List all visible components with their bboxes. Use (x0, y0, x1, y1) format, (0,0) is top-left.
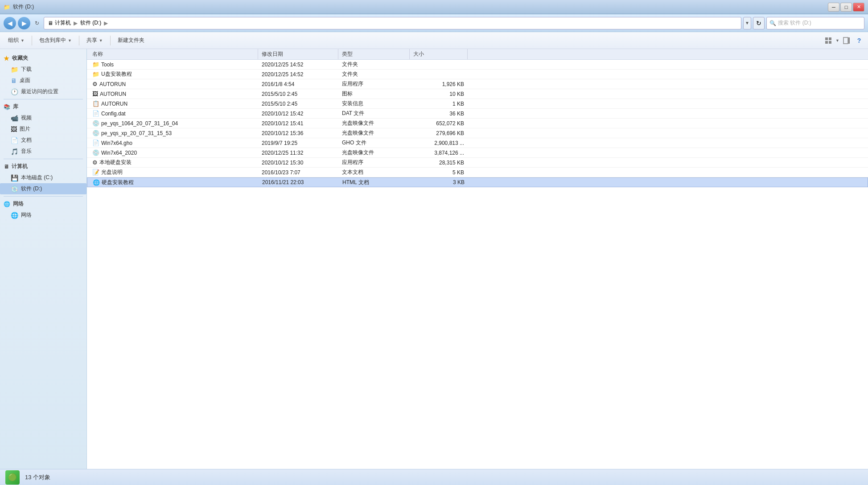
music-label: 音乐 (21, 148, 32, 155)
table-row[interactable]: 📋 AUTORUN 2015/5/10 2:45 安装信息 1 KB (87, 99, 868, 109)
file-date-cell: 2015/5/10 2:45 (258, 101, 338, 107)
sidebar: ★ 收藏夹 📁 下载 🖥 桌面 🕐 最近访问的位置 📚 库 (0, 49, 87, 469)
refresh-address-button[interactable]: ↻ (753, 17, 765, 29)
table-row[interactable]: 📄 Config.dat 2020/10/12 15:42 DAT 文件 36 … (87, 109, 868, 119)
sidebar-header-library[interactable]: 📚 库 (0, 101, 86, 112)
organize-button[interactable]: 组织 ▼ (4, 34, 29, 47)
toolbar-right: ▼ ? (823, 35, 864, 46)
file-type-cell: 光盘映像文件 (338, 129, 410, 137)
table-row[interactable]: 💿 pe_yqs_xp_20_07_31_15_53 2020/10/12 15… (87, 128, 868, 138)
minimize-button[interactable]: ─ (828, 3, 839, 12)
sidebar-item-documents[interactable]: 📄 文档 (0, 135, 86, 146)
file-date-cell: 2016/1/8 4:54 (258, 81, 338, 87)
view-options-button[interactable] (823, 35, 834, 46)
sidebar-header-favorites[interactable]: ★ 收藏夹 (0, 53, 86, 64)
address-dropdown[interactable]: ▼ (743, 17, 751, 29)
share-button[interactable]: 共享 ▼ (82, 34, 107, 47)
col-header-name[interactable]: 名称 (89, 49, 258, 59)
include-dropdown-arrow: ▼ (68, 38, 72, 43)
breadcrumb-drive[interactable]: 软件 (D:) (80, 19, 101, 27)
sidebar-header-network[interactable]: 🌐 网络 (0, 198, 86, 210)
include-library-button[interactable]: 包含到库中 ▼ (35, 34, 76, 47)
col-header-type[interactable]: 类型 (338, 49, 410, 59)
sidebar-item-d-drive[interactable]: 💿 软件 (D:) (0, 183, 86, 194)
pictures-label: 图片 (20, 125, 30, 133)
main-layout: ★ 收藏夹 📁 下载 🖥 桌面 🕐 最近访问的位置 📚 库 (0, 49, 868, 469)
search-bar[interactable]: 🔍 搜索 软件 (D:) (766, 17, 864, 29)
file-name-text: Tools (101, 62, 114, 68)
search-placeholder: 搜索 软件 (D:) (778, 19, 811, 27)
file-name-text: Win7x64.gho (101, 140, 132, 146)
table-row[interactable]: 🌐 硬盘安装教程 2016/11/21 22:03 HTML 文档 3 KB (87, 177, 868, 187)
sidebar-item-pictures[interactable]: 🖼 图片 (0, 123, 86, 135)
new-folder-button[interactable]: 新建文件夹 (113, 34, 149, 47)
toolbar-sep-3 (110, 36, 111, 45)
file-size-cell: 1,926 KB (410, 81, 468, 87)
file-date-cell: 2015/5/10 2:45 (258, 91, 338, 97)
sidebar-item-desktop[interactable]: 🖥 桌面 (0, 75, 86, 86)
file-name-text: 本地硬盘安装 (99, 159, 132, 166)
file-icon: 📋 (92, 100, 99, 107)
table-row[interactable]: 🖼 AUTORUN 2015/5/10 2:45 图标 10 KB (87, 89, 868, 99)
file-icon: 💿 (92, 130, 99, 136)
new-folder-label: 新建文件夹 (118, 37, 144, 44)
nav-bar: ◀ ▶ ↻ 🖥 计算机 ▶ 软件 (D:) ▶ ▼ ↻ 🔍 搜索 软件 (D:) (0, 14, 868, 32)
sidebar-header-computer[interactable]: 🖥 计算机 (0, 161, 86, 172)
table-row[interactable]: 💿 Win7x64_2020 2020/12/25 11:32 光盘映像文件 3… (87, 148, 868, 158)
dropdown-arrow-icon: ▼ (745, 21, 749, 25)
downloads-label: 下载 (21, 66, 32, 73)
computer-icon: 🖥 (48, 20, 53, 26)
table-row[interactable]: ⚙ 本地硬盘安装 2020/10/12 15:30 应用程序 28,315 KB (87, 158, 868, 168)
file-icon: ⚙ (92, 81, 98, 87)
sidebar-section-favorites: ★ 收藏夹 📁 下载 🖥 桌面 🕐 最近访问的位置 (0, 53, 86, 97)
c-drive-label: 本地磁盘 (C:) (21, 174, 53, 181)
file-date-cell: 2020/10/12 15:30 (258, 160, 338, 166)
status-count: 13 个对象 (25, 473, 50, 481)
breadcrumb-sep-1: ▶ (74, 20, 78, 26)
table-row[interactable]: 📁 U盘安装教程 2020/12/25 14:52 文件夹 (87, 70, 868, 79)
sidebar-item-downloads[interactable]: 📁 下载 (0, 64, 86, 75)
title-bar-left: 📁 软件 (D:) (4, 3, 34, 11)
organize-label: 组织 (8, 37, 19, 44)
address-bar[interactable]: 🖥 计算机 ▶ 软件 (D:) ▶ (44, 17, 741, 29)
recent-label: 最近访问的位置 (21, 88, 58, 95)
d-drive-icon: 💿 (11, 185, 18, 193)
svg-rect-1 (829, 37, 831, 40)
forward-button[interactable]: ▶ (18, 17, 30, 29)
downloads-icon: 📁 (11, 66, 18, 73)
close-button[interactable]: ✕ (853, 3, 864, 12)
file-name-text: pe_yqs_xp_20_07_31_15_53 (101, 130, 172, 136)
col-header-size[interactable]: 大小 (410, 49, 468, 59)
sidebar-item-recent[interactable]: 🕐 最近访问的位置 (0, 86, 86, 97)
table-row[interactable]: 📄 Win7x64.gho 2019/9/7 19:25 GHO 文件 2,90… (87, 138, 868, 148)
table-row[interactable]: ⚙ AUTORUN 2016/1/8 4:54 应用程序 1,926 KB (87, 79, 868, 89)
sidebar-item-video[interactable]: 📹 视频 (0, 112, 86, 123)
file-name-cell: 📄 Config.dat (89, 110, 258, 117)
desktop-label: 桌面 (20, 77, 30, 84)
file-date-cell: 2016/11/21 22:03 (259, 179, 339, 185)
svg-rect-2 (825, 41, 828, 44)
file-type-cell: 文本文档 (338, 169, 410, 176)
table-row[interactable]: 📁 Tools 2020/12/25 14:52 文件夹 (87, 60, 868, 70)
breadcrumb-computer[interactable]: 计算机 (55, 19, 71, 27)
table-row[interactable]: 💿 pe_yqs_1064_20_07_31_16_04 2020/10/12 … (87, 119, 868, 128)
network-icon: 🌐 (11, 212, 18, 219)
file-size-cell: 28,315 KB (410, 160, 468, 166)
table-row[interactable]: 📝 光盘说明 2016/10/23 7:07 文本文档 5 KB (87, 168, 868, 177)
sidebar-item-c-drive[interactable]: 💾 本地磁盘 (C:) (0, 172, 86, 183)
back-button[interactable]: ◀ (4, 17, 16, 29)
file-icon: 📄 (92, 110, 99, 117)
file-name-text: Config.dat (101, 111, 126, 117)
file-date-cell: 2020/10/12 15:41 (258, 120, 338, 127)
file-name-text: AUTORUN (99, 81, 126, 87)
file-size-cell: 2,900,813 ... (410, 140, 468, 146)
help-button[interactable]: ? (854, 35, 864, 46)
file-icon: 💿 (92, 149, 99, 156)
maximize-button[interactable]: □ (840, 3, 852, 12)
sidebar-item-music[interactable]: 🎵 音乐 (0, 146, 86, 157)
col-header-date[interactable]: 修改日期 (258, 49, 338, 59)
preview-pane-button[interactable] (841, 35, 852, 46)
file-list-container: 名称 修改日期 类型 大小 📁 Tools 2020/12/25 14:52 文… (87, 49, 868, 469)
recent-button[interactable]: ↻ (32, 18, 42, 28)
sidebar-item-network[interactable]: 🌐 网络 (0, 210, 86, 221)
